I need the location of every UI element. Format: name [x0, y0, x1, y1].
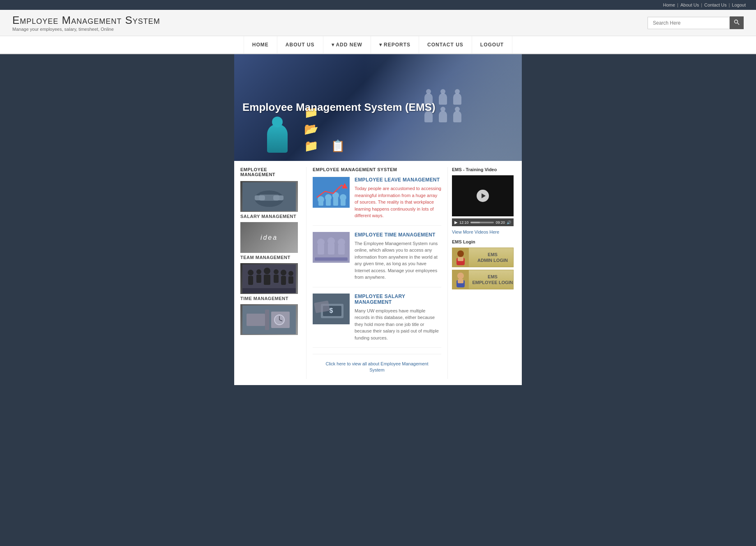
play-small-icon[interactable]: ▶ — [454, 220, 458, 225]
svg-rect-30 — [318, 200, 323, 206]
nav-logout[interactable]: LOGOUT — [472, 36, 512, 53]
employee-login-button[interactable]: EMS EMPLOYEE LOGIN — [452, 270, 514, 289]
video-player[interactable] — [452, 175, 514, 216]
svg-rect-36 — [341, 197, 346, 206]
view-more-link[interactable]: View More Videos Here — [452, 229, 516, 234]
folder-icon-2: 📂 — [304, 122, 318, 136]
view-all-link[interactable]: Click here to view all about Employee Ma… — [325, 361, 428, 372]
search-button[interactable] — [730, 16, 744, 29]
leave-image — [313, 177, 350, 208]
separator-2: | — [701, 2, 702, 7]
svg-point-10 — [256, 269, 261, 274]
separator-1: | — [677, 2, 678, 7]
svg-rect-34 — [333, 195, 338, 206]
top-home-link[interactable]: Home — [663, 2, 675, 7]
hero-person-figure — [267, 124, 288, 153]
admin-icon — [452, 248, 469, 267]
video-controls: ▶ 12:10 09:20 🔊 — [452, 218, 514, 226]
leave-content-text: EMPLOYEE LEAVE MANAGEMENT Today people a… — [355, 177, 441, 219]
nav-home[interactable]: HOME — [244, 36, 277, 53]
admin-figure-icon — [454, 250, 467, 265]
salary-label: SALARY MANAGEMENT — [240, 214, 300, 219]
time-mgmt-svg — [313, 232, 350, 263]
employee-login-label: EMS EMPLOYEE LOGIN — [472, 274, 513, 286]
search-icon — [734, 19, 740, 25]
nav-add-new[interactable]: ▾ ADD NEW — [323, 36, 371, 53]
svg-rect-24 — [265, 310, 269, 330]
svg-point-18 — [288, 271, 293, 276]
salary-heading: EMPLOYEE SALARY MANAGEMENT — [355, 294, 441, 305]
leave-svg — [313, 177, 350, 208]
employee-mgmt-image — [240, 181, 298, 212]
time-management-block: EMPLOYEE TIME MANAGEMENT The Employee Ma… — [313, 232, 441, 287]
search-section — [648, 16, 744, 29]
video-progress-fill — [470, 222, 480, 223]
svg-point-14 — [274, 269, 279, 274]
svg-rect-20 — [242, 288, 296, 293]
team-label: TEAM MANAGEMENT — [240, 255, 300, 260]
svg-rect-44 — [338, 244, 345, 255]
person-dot — [439, 93, 447, 105]
svg-point-0 — [735, 20, 738, 23]
svg-rect-13 — [264, 275, 270, 285]
employee-icon — [452, 270, 469, 289]
svg-rect-40 — [318, 244, 324, 255]
employee-figure-icon — [454, 272, 467, 287]
svg-rect-9 — [248, 276, 253, 285]
nav-about[interactable]: ABOUT US — [277, 36, 323, 53]
admin-login-button[interactable]: EMS ADMIN LOGIN — [452, 248, 514, 267]
svg-point-8 — [248, 270, 254, 275]
site-title: Employee Management System — [12, 14, 160, 27]
header: Employee Management System Manage your e… — [0, 10, 756, 36]
svg-rect-17 — [281, 276, 286, 285]
video-time-total: 09:20 — [496, 220, 505, 225]
time-mgmt-image — [313, 232, 350, 263]
play-button[interactable] — [477, 190, 489, 202]
main-nav: HOME ABOUT US ▾ ADD NEW ▾ REPORTS CONTAC… — [0, 36, 756, 54]
top-contact-link[interactable]: Contact Us — [704, 2, 726, 7]
idea-image: idea — [240, 222, 298, 253]
search-input[interactable] — [648, 17, 730, 29]
svg-rect-6 — [273, 195, 284, 200]
checklist-icon: 📋 — [331, 139, 345, 153]
leave-heading: EMPLOYEE LEAVE MANAGEMENT — [355, 177, 441, 183]
nav-reports[interactable]: ▾ REPORTS — [371, 36, 419, 53]
svg-rect-32 — [326, 197, 331, 206]
salary-svg: $ — [313, 294, 350, 324]
meeting-svg — [242, 264, 296, 293]
svg-rect-45 — [315, 257, 348, 261]
svg-line-1 — [738, 23, 739, 25]
mid-col-title: EMPLOYEE MANAGEMENT SYSTEM — [313, 167, 441, 172]
salary-content-text: EMPLOYEE SALARY MANAGEMENT Many UW emplo… — [355, 294, 441, 342]
separator-3: | — [728, 2, 730, 7]
hero-title: Employee Management System (EMS) — [242, 101, 436, 115]
video-progress-bar[interactable] — [470, 222, 494, 223]
salary-text: Many UW employees have multiple records … — [355, 307, 441, 342]
svg-rect-42 — [328, 243, 334, 255]
svg-point-12 — [264, 268, 270, 274]
leave-text: Today people are accustomed to accessing… — [355, 185, 441, 219]
handshake-svg — [242, 182, 296, 211]
hero-text: Employee Management System (EMS) — [242, 101, 436, 115]
left-column: EMPLOYEE MANAGEMENT SALARY MANAGEMENT id… — [240, 167, 306, 379]
person-dot — [439, 111, 447, 122]
svg-rect-22 — [247, 314, 265, 326]
svg-rect-5 — [255, 195, 265, 200]
middle-column: EMPLOYEE MANAGEMENT SYSTEM — [306, 167, 448, 379]
nav-contact[interactable]: CONTACT US — [419, 36, 472, 53]
person-dot — [453, 111, 461, 122]
logo-section: Employee Management System Manage your e… — [12, 14, 160, 32]
time-text: The Employee Management System runs onli… — [355, 240, 441, 281]
top-about-link[interactable]: About Us — [680, 2, 699, 7]
salary-management-block: $ EMPLOYEE SALARY MANAGEMENT Many UW emp… — [313, 294, 441, 348]
volume-icon[interactable]: 🔊 — [507, 220, 511, 225]
video-title: EMS - Training Video — [452, 167, 516, 172]
meeting-image — [240, 263, 298, 294]
leave-management-block: EMPLOYEE LEAVE MANAGEMENT Today people a… — [313, 177, 441, 226]
idea-text: idea — [260, 234, 278, 241]
top-logout-link[interactable]: Logout — [732, 2, 746, 7]
main-wrapper: Employee Management System (EMS) 📁 📂 📁 📋 — [234, 54, 522, 385]
admin-login-label: EMS ADMIN LOGIN — [472, 252, 513, 264]
svg-rect-57 — [459, 277, 462, 279]
view-all-section: Click here to view all about Employee Ma… — [313, 354, 441, 379]
